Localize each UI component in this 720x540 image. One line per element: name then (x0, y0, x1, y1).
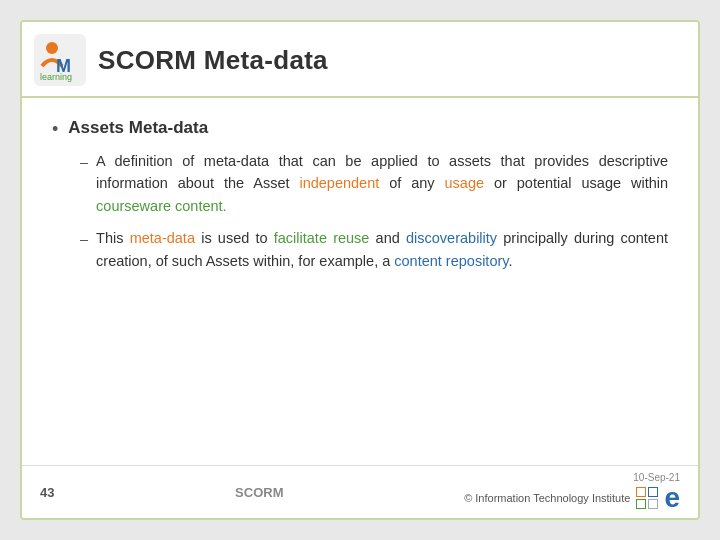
highlight-usage: usage (445, 175, 485, 191)
e-logo-icon: e (664, 484, 680, 512)
svg-text:learning: learning (40, 72, 72, 82)
highlight-courseware: courseware content. (96, 198, 227, 214)
sq4 (648, 499, 658, 509)
sub-bullets: – A definition of meta-data that can be … (80, 150, 668, 272)
sq2 (648, 487, 658, 497)
svg-point-1 (46, 42, 58, 54)
page-number: 43 (40, 485, 54, 500)
footer-institute: © Information Technology Institute (464, 492, 630, 504)
main-bullet-label: Assets Meta-data (68, 118, 208, 138)
bullet-icon: • (52, 119, 58, 140)
highlight-independent: independent (299, 175, 379, 191)
highlight-facilitate: facilitate reuse (274, 230, 370, 246)
slide-content: • Assets Meta-data – A definition of met… (22, 98, 698, 465)
sq3 (636, 499, 646, 509)
slide-footer: 43 SCORM 10-Sep-21 © Information Technol… (22, 465, 698, 518)
slide-header: M learning SCORM Meta-data (22, 22, 698, 98)
mini-squares-icon (636, 487, 658, 509)
sq1 (636, 487, 646, 497)
footer-right: 10-Sep-21 © Information Technology Insti… (464, 472, 680, 512)
highlight-metadata: meta-data (130, 230, 195, 246)
footer-center-text: SCORM (235, 485, 283, 500)
sub-text-1: A definition of meta-data that can be ap… (96, 150, 668, 217)
sub-text-2: This meta-data is used to facilitate reu… (96, 227, 668, 272)
dash-icon-2: – (80, 228, 88, 250)
highlight-content-repo: content repository (394, 253, 508, 269)
dash-icon-1: – (80, 151, 88, 173)
footer-logo: © Information Technology Institute e (464, 484, 680, 512)
slide-title: SCORM Meta-data (98, 45, 328, 76)
main-bullet: • Assets Meta-data (52, 118, 668, 140)
sub-item-1: – A definition of meta-data that can be … (80, 150, 668, 217)
highlight-discoverability: discoverability (406, 230, 497, 246)
slide: M learning SCORM Meta-data • Assets Meta… (20, 20, 700, 520)
logo-icon: M learning (34, 34, 86, 86)
sub-item-2: – This meta-data is used to facilitate r… (80, 227, 668, 272)
